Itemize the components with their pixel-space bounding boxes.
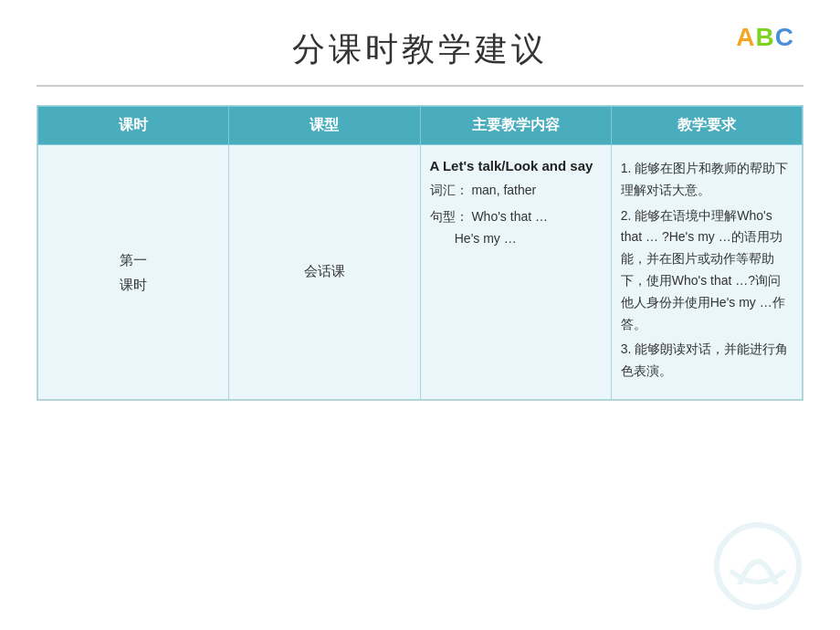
table-header-row: 课时 课型 主要教学内容 教学要求 <box>38 107 803 145</box>
vocab-value: man, father <box>471 183 536 197</box>
table-row: 第一课时 会话课 A Let's talk/Look and say 词汇： m… <box>38 145 803 400</box>
vocab-label: 词汇： <box>430 183 468 197</box>
page-container: 分课时教学建议 A B C 课时 课型 主要教学内容 教学要求 第一课时 <box>0 0 840 630</box>
pattern-spacer <box>430 231 451 246</box>
table-wrapper: 课时 课型 主要教学内容 教学要求 第一课时 会话课 A Let's talk/… <box>37 105 803 401</box>
req-item-1: 1. 能够在图片和教师的帮助下理解对话大意。 <box>621 158 793 202</box>
cell-requirements: 1. 能够在图片和教师的帮助下理解对话大意。 2. 能够在语境中理解Who's … <box>611 145 802 400</box>
content-title: A Let's talk/Look and say <box>430 158 602 173</box>
main-table: 课时 课型 主要教学内容 教学要求 第一课时 会话课 A Let's talk/… <box>37 106 803 400</box>
cell-keshi: 第一课时 <box>38 145 229 400</box>
content-pattern: 句型： Who's that … He's my … <box>430 206 602 250</box>
watermark <box>712 520 803 612</box>
content-vocab: 词汇： man, father <box>430 183 602 199</box>
cell-keixing: 会话课 <box>229 145 420 400</box>
header: 分课时教学建议 A B C <box>37 18 803 79</box>
col-header-keixing: 课型 <box>229 107 420 145</box>
req-item-2: 2. 能够在语境中理解Who's that … ?He's my …的语用功能，… <box>621 205 793 336</box>
abc-letter-a: A <box>736 23 755 52</box>
svg-point-0 <box>717 525 799 607</box>
abc-logo: A B C <box>736 23 794 52</box>
col-header-content: 主要教学内容 <box>420 107 611 145</box>
keshi-text: 第一课时 <box>120 252 147 292</box>
pattern-line1: Who's that … <box>471 209 548 224</box>
abc-letter-b: B <box>756 23 775 52</box>
pattern-label: 句型： <box>430 209 468 224</box>
abc-letter-c: C <box>775 23 794 52</box>
cell-content: A Let's talk/Look and say 词汇： man, fathe… <box>420 145 611 400</box>
col-header-keshi: 课时 <box>38 107 229 145</box>
pattern-line2: He's my … <box>455 231 517 246</box>
col-header-req: 教学要求 <box>611 107 802 145</box>
page-title: 分课时教学建议 <box>292 27 548 72</box>
header-divider <box>37 85 803 87</box>
req-item-3: 3. 能够朗读对话，并能进行角色表演。 <box>621 339 793 383</box>
